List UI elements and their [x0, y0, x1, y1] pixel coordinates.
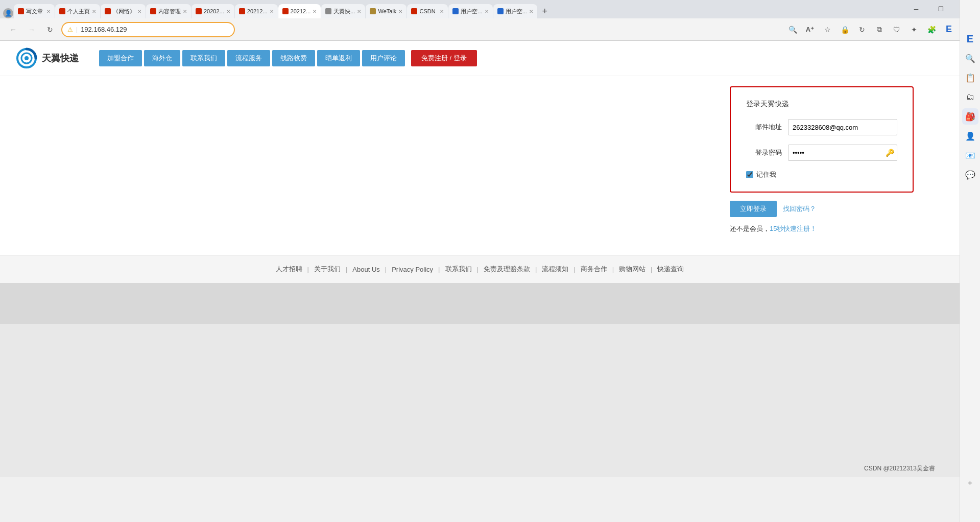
tab-close-10[interactable]: ✕: [440, 9, 444, 14]
address-separator: |: [76, 26, 78, 33]
browser-essentials-icon[interactable]: 🛡: [889, 22, 904, 37]
split-screen-icon[interactable]: ⧉: [872, 22, 887, 37]
tab-10[interactable]: CSDN ✕: [407, 4, 448, 18]
security-icon[interactable]: 🔒: [837, 22, 852, 37]
sidebar-message-icon[interactable]: 💬: [962, 167, 978, 183]
footer-link-about-cn[interactable]: 关于我们: [309, 265, 346, 274]
address-bar: ← → ↻ ⚠ | 192.168.46.129 🔍 A⁺ ☆ 🔒 ↻ ⧉ 🛡 …: [0, 18, 980, 41]
restore-button[interactable]: ❐: [929, 0, 952, 18]
login-title: 登录天翼快递: [746, 100, 897, 109]
logo-icon: [15, 47, 38, 69]
nav-overseas[interactable]: 海外仓: [144, 50, 180, 66]
footer-link-track[interactable]: 快递查询: [652, 265, 689, 274]
register-login-button[interactable]: 免费注册 / 登录: [411, 50, 477, 66]
footer-link-recruit[interactable]: 人才招聘: [271, 265, 307, 274]
tab-3[interactable]: 《网络》 ✕: [101, 4, 146, 18]
tab-close-12[interactable]: ✕: [529, 9, 533, 14]
sidebar-history-icon[interactable]: 🗂: [962, 89, 978, 105]
tabs-bar: 👤 写文章 ✕ 个人主页 ✕ 《网络》 ✕ 内容管理 ✕ 20202... ✕: [0, 0, 980, 18]
footer-link-contact[interactable]: 联系我们: [440, 265, 477, 274]
password-input-wrap: 🔑: [788, 145, 897, 161]
footer-link-about-us[interactable]: About Us: [347, 266, 385, 273]
tab-4[interactable]: 内容管理 ✕: [146, 4, 191, 18]
email-label: 邮件地址: [746, 123, 782, 132]
footer-links: 人才招聘 | 关于我们 | About Us | Privacy Policy …: [0, 265, 960, 274]
sidebar-wallet-icon[interactable]: 🎒: [962, 108, 978, 125]
footer-link-business[interactable]: 商务合作: [576, 265, 612, 274]
nav-pricing[interactable]: 线路收费: [272, 50, 315, 66]
tab-1[interactable]: 写文章 ✕: [14, 4, 55, 18]
password-row: 登录密码 🔑: [746, 145, 897, 161]
read-aloud-icon[interactable]: A⁺: [802, 22, 818, 37]
tab-close-2[interactable]: ✕: [92, 9, 96, 14]
collections-icon[interactable]: ✦: [906, 22, 922, 37]
profile-icon[interactable]: 👤: [3, 8, 13, 18]
minimize-button[interactable]: ─: [904, 0, 928, 18]
forgot-password-link[interactable]: 找回密码？: [783, 204, 816, 213]
tab-12[interactable]: 用户空... ✕: [493, 4, 537, 18]
tab-9[interactable]: WeTalk ✕: [366, 4, 407, 18]
new-tab-button[interactable]: +: [538, 4, 552, 18]
key-icon[interactable]: 🔑: [886, 149, 894, 157]
tab-close-1[interactable]: ✕: [46, 9, 51, 14]
forward-button[interactable]: →: [25, 22, 39, 37]
security-warning-icon: ⚠: [67, 26, 73, 33]
sidebar-outlook-icon[interactable]: 📧: [962, 147, 978, 163]
footer-link-disclaimer[interactable]: 免责及理赔条款: [479, 265, 535, 274]
footer-link-shop[interactable]: 购物网站: [614, 265, 651, 274]
register-hint: 还不是会员，15秒快速注册！: [730, 224, 914, 233]
remember-checkbox[interactable]: [746, 171, 753, 178]
nav-process[interactable]: 流程服务: [227, 50, 270, 66]
search-icon[interactable]: 🔍: [785, 22, 800, 37]
favorites-icon[interactable]: ☆: [820, 22, 835, 37]
refresh-page-icon[interactable]: ↻: [854, 22, 870, 37]
email-row: 邮件地址: [746, 119, 897, 135]
sidebar-person-icon[interactable]: 👤: [962, 128, 978, 144]
logo-text: 天翼快递: [42, 52, 79, 64]
bottom-area: CSDN @20212313吴金睿: [0, 324, 960, 477]
tab-7[interactable]: 20212... ✕: [278, 4, 321, 18]
tab-close-4[interactable]: ✕: [183, 9, 187, 14]
tab-close-5[interactable]: ✕: [226, 9, 230, 14]
sidebar-edge-icon[interactable]: E: [962, 31, 978, 47]
sidebar-favorites-icon[interactable]: 🔍: [962, 50, 978, 66]
tab-11[interactable]: 用户空... ✕: [448, 4, 492, 18]
refresh-button[interactable]: ↻: [43, 22, 57, 37]
toolbar-icons: 🔍 A⁺ ☆ 🔒 ↻ ⧉ 🛡 ✦ 🧩 E ⋯: [785, 22, 974, 37]
password-input[interactable]: [788, 145, 897, 161]
sidebar-collections-icon[interactable]: 📋: [962, 69, 978, 86]
nav-rebate[interactable]: 晒单返利: [317, 50, 360, 66]
email-input[interactable]: [788, 119, 897, 135]
tab-6[interactable]: 20212... ✕: [235, 4, 278, 18]
quick-register-link[interactable]: 15秒快速注册！: [770, 225, 817, 232]
back-button[interactable]: ←: [6, 22, 20, 37]
site-main: 登录天翼快递 邮件地址 登录密码 🔑: [0, 76, 960, 255]
nav-reviews[interactable]: 用户评论: [362, 50, 405, 66]
footer-link-privacy[interactable]: Privacy Policy: [387, 266, 438, 273]
tab-close-7[interactable]: ✕: [313, 9, 317, 14]
tab-close-3[interactable]: ✕: [137, 9, 141, 14]
tab-close-9[interactable]: ✕: [398, 9, 402, 14]
tab-2[interactable]: 个人主页 ✕: [55, 4, 100, 18]
address-input-wrap[interactable]: ⚠ | 192.168.46.129: [61, 22, 235, 37]
tab-8[interactable]: 天翼快... ✕: [321, 4, 365, 18]
tab-close-6[interactable]: ✕: [270, 9, 274, 14]
address-text[interactable]: 192.168.46.129: [81, 26, 229, 33]
footer-link-process[interactable]: 流程须知: [537, 265, 573, 274]
remember-label[interactable]: 记住我: [756, 170, 776, 179]
bottom-credit: CSDN @20212313吴金睿: [864, 464, 935, 473]
svg-point-2: [25, 56, 29, 60]
tab-5[interactable]: 20202... ✕: [192, 4, 234, 18]
nav-contact[interactable]: 联系我们: [182, 50, 225, 66]
nav-join[interactable]: 加盟合作: [99, 50, 142, 66]
login-box: 登录天翼快递 邮件地址 登录密码 🔑: [730, 86, 914, 193]
sidebar-add-icon[interactable]: +: [962, 475, 978, 491]
edge-profile-icon[interactable]: E: [941, 22, 957, 37]
login-button[interactable]: 立即登录: [730, 201, 777, 217]
tab-close-8[interactable]: ✕: [357, 9, 361, 14]
site-logo: 天翼快递: [15, 47, 79, 69]
browser-chrome: 👤 写文章 ✕ 个人主页 ✕ 《网络》 ✕ 内容管理 ✕ 20202... ✕: [0, 0, 980, 41]
site-header: 天翼快递 加盟合作 海外仓 联系我们 流程服务 线路收费 晒单返利 用户评论 免…: [0, 41, 960, 76]
tab-close-11[interactable]: ✕: [485, 9, 489, 14]
extensions-icon[interactable]: 🧩: [924, 22, 939, 37]
